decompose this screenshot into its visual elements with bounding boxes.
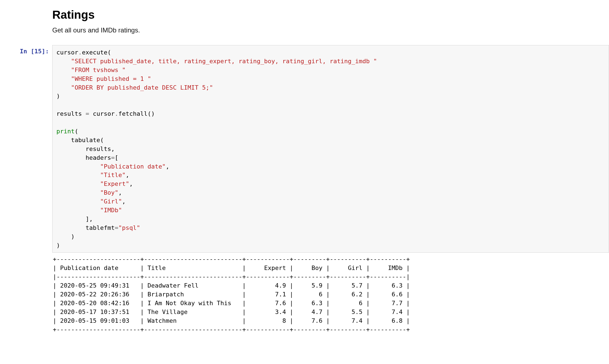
output-text: +-----------------------+---------------…: [52, 253, 609, 334]
section-description: Get all ours and IMDb ratings.: [52, 26, 581, 34]
code-content: cursor.execute( "SELECT published_date, …: [56, 48, 605, 250]
cell-prompt: In [15]:: [0, 45, 52, 55]
output-cell: +-----------------------+---------------…: [0, 253, 609, 334]
output-prompt: [0, 253, 52, 255]
input-cell: In [15]: cursor.execute( "SELECT publish…: [0, 45, 609, 253]
code-editor[interactable]: cursor.execute( "SELECT published_date, …: [52, 45, 609, 253]
notebook-page: Ratings Get all ours and IMDb ratings. I…: [0, 0, 609, 345]
section-title: Ratings: [52, 8, 581, 21]
